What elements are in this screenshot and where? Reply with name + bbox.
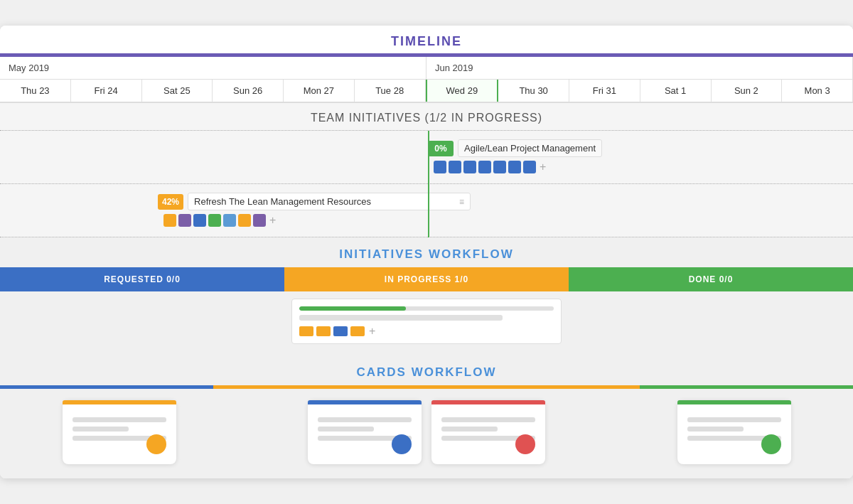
cards-stripe bbox=[0, 385, 853, 389]
day-sat1: Sat 1 bbox=[640, 80, 712, 102]
line-1 bbox=[73, 417, 166, 422]
day-fri31: Fri 31 bbox=[569, 80, 640, 102]
workflow-col-done: DONE 0/0 bbox=[569, 267, 853, 355]
card-progress-fill bbox=[299, 306, 406, 311]
card-progress-bar bbox=[299, 306, 554, 311]
tag-2-7 bbox=[253, 214, 266, 227]
team-initiatives-label: TEAM INITIATIVES (1/2 IN PROGRESS) bbox=[0, 103, 853, 131]
mini-card-requested[interactable] bbox=[63, 400, 176, 464]
cards-col-done bbox=[636, 400, 832, 464]
tag-1-5 bbox=[493, 161, 506, 173]
tag-2-2 bbox=[178, 214, 191, 227]
stripe-green bbox=[640, 385, 853, 389]
initiative-bar-1: 0% Agile/Lean Project Management bbox=[428, 139, 602, 157]
initiative-2-tags: + bbox=[163, 214, 276, 227]
line-4 bbox=[318, 417, 412, 422]
line-7 bbox=[441, 417, 535, 422]
tag-2-4 bbox=[208, 214, 221, 227]
month-jun: Jun 2019 bbox=[426, 57, 853, 79]
initiatives-workflow-title: INITIATIVES WORKFLOW bbox=[0, 237, 853, 267]
gantt-row-2: 42% Refresh The Lean Management Resource… bbox=[0, 184, 853, 237]
line-10 bbox=[687, 417, 781, 422]
tag-1-3 bbox=[463, 161, 476, 173]
add-tag-2[interactable]: + bbox=[269, 214, 276, 227]
card-tag-3 bbox=[333, 326, 348, 336]
day-sun2: Sun 2 bbox=[712, 80, 783, 102]
tag-1-1 bbox=[434, 161, 446, 173]
tag-2-5 bbox=[223, 214, 236, 227]
card-tag-2 bbox=[316, 326, 331, 336]
mini-card-bar-red bbox=[431, 400, 545, 404]
inprogress-body: + bbox=[284, 291, 569, 355]
workflow-col-requested: REQUESTED 0/0 bbox=[0, 267, 284, 355]
card-tag-4 bbox=[350, 326, 365, 336]
mini-card-bar-blue bbox=[308, 400, 422, 404]
month-may: May 2019 bbox=[0, 57, 426, 79]
tag-2-1 bbox=[163, 214, 176, 227]
line-11 bbox=[687, 427, 744, 431]
cards-col-inprogress bbox=[231, 400, 622, 464]
initiative-1-pct: 0% bbox=[428, 141, 454, 156]
initiative-workflow-card[interactable]: + bbox=[291, 299, 562, 344]
main-container: TIMELINE May 2019 Jun 2019 Thu 23 Fri 24… bbox=[0, 26, 853, 478]
mini-card-dot-red bbox=[515, 434, 535, 454]
day-mon27: Mon 27 bbox=[284, 80, 355, 102]
requested-body bbox=[0, 291, 284, 348]
mini-card-inprogress-1[interactable] bbox=[308, 400, 422, 464]
gantt-area: 0% Agile/Lean Project Management + 42% R… bbox=[0, 131, 853, 237]
tag-1-4 bbox=[478, 161, 491, 173]
mini-card-inprogress-2[interactable] bbox=[431, 400, 545, 464]
initiative-1-title[interactable]: Agile/Lean Project Management bbox=[458, 139, 602, 157]
hamburger-icon[interactable]: ≡ bbox=[459, 197, 464, 207]
done-header: DONE 0/0 bbox=[569, 267, 853, 291]
card-progress-text bbox=[299, 315, 503, 321]
mini-card-done[interactable] bbox=[677, 400, 791, 464]
gantt-row-1: 0% Agile/Lean Project Management + bbox=[0, 131, 853, 184]
day-thu23: Thu 23 bbox=[0, 80, 71, 102]
tag-1-7 bbox=[523, 161, 536, 173]
mini-card-dot-green bbox=[761, 434, 781, 454]
day-sat25: Sat 25 bbox=[142, 80, 213, 102]
card-tags: + bbox=[299, 325, 554, 338]
line-5 bbox=[318, 427, 374, 431]
initiatives-workflow-section: INITIATIVES WORKFLOW REQUESTED 0/0 IN PR… bbox=[0, 237, 853, 355]
line-8 bbox=[441, 427, 498, 431]
tag-1-6 bbox=[508, 161, 521, 173]
day-fri24: Fri 24 bbox=[71, 80, 142, 102]
days-row: Thu 23 Fri 24 Sat 25 Sun 26 Mon 27 Tue 2… bbox=[0, 80, 853, 103]
mini-card-bar-orange bbox=[63, 400, 176, 404]
day-wed29: Wed 29 bbox=[426, 80, 499, 102]
mini-card-dot-blue bbox=[392, 434, 412, 454]
day-thu30: Thu 30 bbox=[498, 80, 569, 102]
cards-area bbox=[0, 389, 853, 478]
inprogress-header: IN PROGRESS 1/0 bbox=[284, 267, 569, 291]
month-row: May 2019 Jun 2019 bbox=[0, 57, 853, 80]
mini-card-bar-green bbox=[677, 400, 791, 404]
initiatives-workflow-columns: REQUESTED 0/0 IN PROGRESS 1/0 bbox=[0, 267, 853, 355]
stripe-orange bbox=[213, 385, 640, 389]
tag-2-3 bbox=[193, 214, 206, 227]
done-body bbox=[569, 291, 853, 348]
day-mon3: Mon 3 bbox=[782, 80, 853, 102]
tag-2-6 bbox=[238, 214, 251, 227]
gantt-today-line bbox=[428, 131, 429, 237]
cards-col-requested bbox=[21, 400, 217, 464]
cards-workflow-section: CARDS WORKFLOW bbox=[0, 355, 853, 478]
initiative-2-pct: 42% bbox=[158, 194, 183, 210]
initiative-2-title-text: Refresh The Lean Management Resources bbox=[194, 196, 371, 207]
initiative-bar-2: 42% Refresh The Lean Management Resource… bbox=[158, 193, 471, 210]
tag-1-2 bbox=[449, 161, 461, 173]
add-tag-1[interactable]: + bbox=[540, 161, 546, 173]
line-2 bbox=[73, 427, 129, 431]
timeline-title: TIMELINE bbox=[0, 26, 853, 53]
workflow-col-inprogress: IN PROGRESS 1/0 + bbox=[284, 267, 569, 355]
add-card-tag[interactable]: + bbox=[369, 325, 375, 338]
mini-card-dot-orange bbox=[146, 434, 166, 454]
stripe-blue bbox=[0, 385, 213, 389]
requested-header: REQUESTED 0/0 bbox=[0, 267, 284, 291]
card-tag-1 bbox=[299, 326, 313, 336]
initiative-1-tags: + bbox=[434, 161, 546, 173]
day-tue28: Tue 28 bbox=[355, 80, 426, 102]
cards-workflow-title: CARDS WORKFLOW bbox=[0, 355, 853, 385]
day-sun26: Sun 26 bbox=[213, 80, 284, 102]
